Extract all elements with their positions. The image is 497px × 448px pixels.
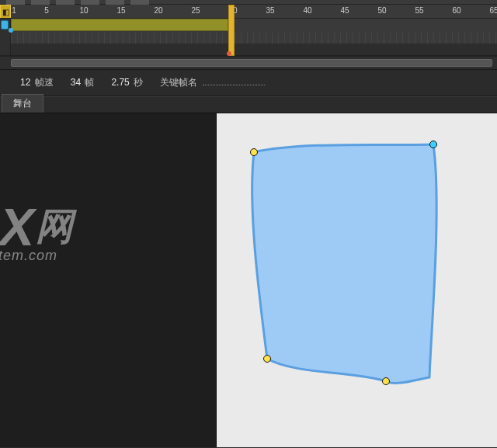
keyframe-name-input[interactable] xyxy=(203,76,265,85)
keyframe-name-label: 关键帧名 xyxy=(160,77,197,88)
pin-icon[interactable] xyxy=(1,20,9,30)
frames-readout: 34 帧 xyxy=(71,76,95,89)
timeline-empty xyxy=(11,43,497,55)
tab-stage[interactable]: 舞台 xyxy=(2,94,43,113)
timeline-clip[interactable] xyxy=(11,19,228,31)
control-point[interactable] xyxy=(429,141,437,148)
keyframe-name: 关键帧名 xyxy=(160,76,265,89)
control-point[interactable] xyxy=(382,377,390,385)
ruler-tick: 60 xyxy=(452,6,461,15)
seconds-readout: 2.75 秒 xyxy=(111,76,143,89)
seconds-label: 秒 xyxy=(134,77,143,88)
ruler-tick: 25 xyxy=(191,6,200,15)
control-point[interactable] xyxy=(250,148,258,156)
shape[interactable] xyxy=(217,113,497,447)
fps-readout: 12 帧速 xyxy=(20,76,54,89)
control-point[interactable] xyxy=(263,355,271,363)
ruler-tick: 65 xyxy=(489,6,497,15)
ruler-tick: 55 xyxy=(415,6,423,15)
track-header[interactable] xyxy=(0,19,11,55)
ruler-tick: 15 xyxy=(116,6,125,15)
watermark-mid: 网 xyxy=(36,206,71,247)
frames-label: 帧 xyxy=(85,77,94,88)
timeline-ruler[interactable]: ◧ 1 5 10 15 20 25 30 35 40 45 50 55 60 6… xyxy=(0,5,497,19)
ruler-numbers: 1 5 10 15 20 25 30 35 40 45 50 55 60 65 xyxy=(11,5,497,18)
ruler-tick: 5 xyxy=(44,6,49,15)
stage-gray-area[interactable]: GX 网 system.com xyxy=(0,113,216,447)
scrollbar-thumb[interactable] xyxy=(11,59,492,67)
frames-value: 34 xyxy=(71,77,81,88)
stage[interactable]: GX 网 system.com xyxy=(0,113,497,447)
seconds-value: 2.75 xyxy=(111,77,129,88)
timeline-scrollbar[interactable] xyxy=(0,56,497,70)
shape-path[interactable] xyxy=(252,144,437,383)
tab-strip: 舞台 xyxy=(0,96,497,113)
ruler-tick: 40 xyxy=(303,6,311,15)
timeline-tracks[interactable] xyxy=(0,19,497,56)
timeline-info-bar: 12 帧速 34 帧 2.75 秒 关键帧名 xyxy=(0,70,497,96)
ruler-tick: 35 xyxy=(266,6,274,15)
ruler-handle-icon[interactable]: ◧ xyxy=(0,5,11,19)
ruler-tick: 45 xyxy=(340,6,349,15)
ruler-tick: 50 xyxy=(377,6,386,15)
watermark-small: system.com xyxy=(0,248,57,263)
playhead[interactable] xyxy=(228,5,235,56)
timeline-ticks xyxy=(11,33,497,43)
ruler-tick: 1 xyxy=(12,6,16,15)
fps-value: 12 xyxy=(20,77,30,88)
ruler-tick: 10 xyxy=(79,6,88,15)
keyframe-dot[interactable] xyxy=(9,28,13,33)
ruler-tick: 20 xyxy=(154,6,162,15)
stage-canvas[interactable] xyxy=(216,113,497,447)
watermark: GX 网 system.com xyxy=(0,200,71,267)
fps-label: 帧速 xyxy=(35,77,54,88)
